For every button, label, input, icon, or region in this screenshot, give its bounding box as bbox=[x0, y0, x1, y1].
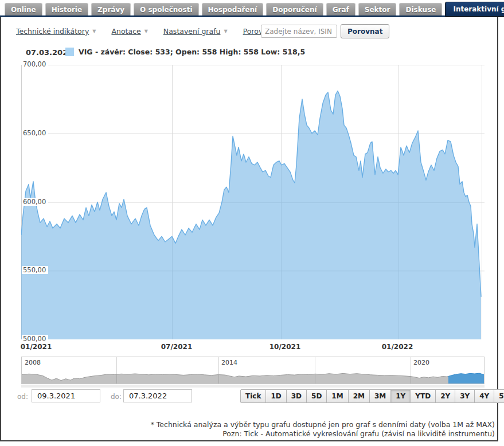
series-swatch-icon bbox=[65, 48, 74, 56]
page: OnlineHistorieZprávyO společnostiHospoda… bbox=[0, 0, 504, 446]
main-chart[interactable]: 700,00650,00600,00550,00500,0001/202107/… bbox=[21, 65, 485, 339]
compare-button[interactable]: Porovnat bbox=[341, 24, 389, 38]
tab-item[interactable]: Hospodaření bbox=[202, 3, 264, 15]
navigator-year-label: 2020 bbox=[413, 359, 429, 366]
range-button-2y[interactable]: 2Y bbox=[435, 389, 455, 403]
range-button-3m[interactable]: 3M bbox=[369, 389, 391, 403]
x-axis-label: 07/2021 bbox=[157, 343, 197, 351]
y-axis-label: 500,00 bbox=[22, 335, 48, 343]
range-button-3d[interactable]: 3D bbox=[286, 389, 307, 403]
y-axis-label: 700,00 bbox=[22, 60, 48, 68]
toolbar-menu-label: Anotace bbox=[111, 27, 140, 36]
toolbar-menu[interactable]: Anotace▼ bbox=[111, 27, 147, 36]
range-button-2m[interactable]: 2M bbox=[348, 389, 370, 403]
range-button-1m[interactable]: 1M bbox=[326, 389, 348, 403]
range-button-5y[interactable]: 5Y bbox=[494, 389, 504, 403]
range-button-4y[interactable]: 4Y bbox=[474, 389, 494, 403]
range-button-tick[interactable]: Tick bbox=[240, 389, 266, 403]
chevron-down-icon: ▼ bbox=[224, 29, 227, 34]
legend-label: VIG - závěr: Close: 533; Open: 558 High:… bbox=[79, 48, 305, 56]
footer-note-2: Pozn: Tick - Automatické vykreslování gr… bbox=[151, 429, 495, 439]
price-chart-svg[interactable] bbox=[21, 65, 485, 339]
tab-underline bbox=[0, 15, 504, 17]
x-axis-label: 01/2022 bbox=[377, 343, 417, 351]
y-axis-label: 550,00 bbox=[22, 266, 48, 274]
search-input[interactable] bbox=[261, 25, 337, 38]
price-area bbox=[21, 91, 481, 340]
tab-item[interactable]: Diskuse bbox=[399, 3, 442, 15]
range-button-1y[interactable]: 1Y bbox=[390, 389, 411, 403]
toolbar-menu-label: Nastavení grafu bbox=[163, 27, 221, 36]
footer-note-1: * Technická analýza a výběr typu grafu d… bbox=[151, 420, 495, 429]
legend-item[interactable]: VIG - závěr: Close: 533; Open: 558 High:… bbox=[65, 48, 305, 56]
range-button-ytd[interactable]: YTD bbox=[410, 389, 436, 403]
tab-item[interactable]: Historie bbox=[45, 3, 88, 15]
date-to-input[interactable] bbox=[123, 389, 192, 402]
chevron-down-icon: ▼ bbox=[92, 29, 96, 34]
range-button-5d[interactable]: 5D bbox=[306, 389, 327, 403]
navigator-series bbox=[22, 373, 448, 384]
tab-item[interactable]: O společnosti bbox=[134, 3, 199, 15]
date-from-input[interactable] bbox=[32, 389, 100, 402]
y-axis-label: 650,00 bbox=[22, 129, 48, 137]
tab-item[interactable]: Doporučení bbox=[266, 3, 323, 15]
navigator-year-label: 2014 bbox=[221, 359, 237, 366]
y-axis-label: 600,00 bbox=[22, 198, 48, 206]
chevron-down-icon: ▼ bbox=[144, 29, 148, 34]
x-axis-label: 10/2021 bbox=[265, 343, 305, 351]
tab-item[interactable]: Graf bbox=[326, 3, 355, 15]
toolbar-menu[interactable]: Nastavení grafu▼ bbox=[163, 27, 228, 36]
tab-item[interactable]: Online bbox=[5, 3, 42, 15]
navigator-scrollbar[interactable] bbox=[21, 385, 485, 388]
tab-item[interactable]: Interaktivní graf bbox=[445, 2, 504, 17]
toolbar-menu-label: Technické indikátory bbox=[16, 27, 89, 36]
range-button-3y[interactable]: 3Y bbox=[455, 389, 475, 403]
date-to-label: do: bbox=[111, 393, 122, 401]
range-button-1d[interactable]: 1D bbox=[265, 389, 286, 403]
navigator[interactable]: 200820142020 bbox=[21, 357, 485, 384]
date-from-label: od: bbox=[17, 393, 28, 401]
footer-notes: * Technická analýza a výběr typu grafu d… bbox=[151, 420, 495, 439]
tab-item[interactable]: Sektor bbox=[358, 3, 397, 15]
x-axis-label: 01/2021 bbox=[16, 343, 56, 351]
toolbar-menu[interactable]: Technické indikátory▼ bbox=[16, 27, 96, 36]
range-buttons: Tick1D3D5D1M2M3M1YYTD2Y3Y4Y5YMax bbox=[240, 389, 504, 403]
tab-item[interactable]: Zprávy bbox=[91, 3, 131, 15]
tab-bar: OnlineHistorieZprávyO společnostiHospoda… bbox=[0, 0, 504, 15]
navigator-year-label: 2008 bbox=[25, 359, 41, 366]
